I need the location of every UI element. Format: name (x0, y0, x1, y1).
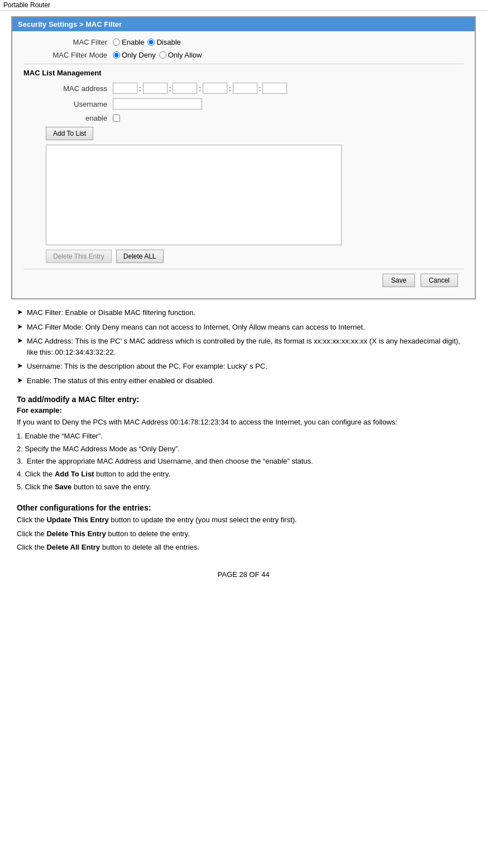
page-footer: PAGE 28 OF 44 (11, 570, 476, 588)
divider1 (23, 64, 464, 64)
step-2: 2. Specify the MAC Address Mode as “Only… (17, 443, 470, 455)
mac-list-management-title: MAC List Management (23, 69, 464, 77)
mac-input-5[interactable] (233, 83, 257, 94)
section1-heading: To add/modify a MAC filter entry: (17, 395, 470, 404)
mac-filter-disable-radio[interactable] (147, 39, 155, 46)
mac-input-4[interactable] (203, 83, 227, 94)
mac-filter-mode-label: MAC Filter Mode (23, 51, 113, 59)
arrow-icon-2: ➤ (17, 322, 27, 331)
section2-line-2: Click the Delete This Entry button to de… (17, 528, 470, 540)
username-input[interactable] (113, 98, 202, 109)
page-title: Portable Router (0, 0, 487, 11)
mac-input-2[interactable] (143, 83, 168, 94)
only-allow-radio[interactable] (159, 51, 166, 59)
enable-checkbox[interactable] (113, 115, 120, 122)
only-deny-radio[interactable] (113, 51, 120, 59)
mac-filter-label: MAC Filter (23, 38, 113, 46)
username-label: Username (23, 100, 113, 108)
mac-input-1[interactable] (113, 83, 137, 94)
mac-list-area[interactable] (46, 145, 342, 245)
add-to-list-button[interactable]: Add To List (46, 127, 93, 140)
mac-address-row: MAC address : : : : : (23, 83, 464, 94)
step-3: 3. Enter the appropriate MAC Address and… (17, 456, 470, 468)
cancel-button[interactable]: Cancel (421, 274, 458, 287)
mac-filter-mode-radio-group: Only Deny Only Allow (113, 51, 202, 59)
save-cancel-row: Save Cancel (23, 269, 464, 292)
mac-filter-radio-group: Enable Disable (113, 38, 181, 46)
description-section: ➤ MAC Filter: Enable or Disable MAC filt… (11, 307, 476, 554)
delete-entry-button[interactable]: Delete This Entry (46, 250, 112, 263)
enable-field-label: enable (23, 114, 113, 122)
section2-line-1: Click the Update This Entry button to up… (17, 514, 470, 526)
mac-address-label: MAC address (23, 84, 113, 93)
step-4: 4. Click the Add To List button to add t… (17, 469, 470, 480)
mac-filter-enable-radio[interactable] (113, 39, 120, 46)
save-button[interactable]: Save (383, 274, 414, 287)
desc-item-4: ➤ Username: This is the description abou… (17, 361, 470, 372)
step-1: 1. Enable the “MAC Filter”. (17, 431, 470, 442)
arrow-icon-3: ➤ (17, 336, 27, 345)
mac-input-3[interactable] (173, 83, 197, 94)
desc-item-1: ➤ MAC Filter: Enable or Disable MAC filt… (17, 307, 470, 318)
mac-filter-mode-row: MAC Filter Mode Only Deny Only Allow (23, 51, 464, 59)
delete-all-button[interactable]: Delete ALL (116, 250, 164, 263)
only-allow-radio-label[interactable]: Only Allow (159, 51, 202, 59)
section1-intro: If you want to Deny the PCs with MAC Add… (17, 417, 470, 428)
disable-radio-label[interactable]: Disable (147, 38, 180, 46)
desc-item-5: ➤ Enable: The status of this entry eithe… (17, 375, 470, 387)
arrow-icon-4: ➤ (17, 361, 27, 370)
section1-subheading: For example: (17, 406, 470, 414)
only-deny-radio-label[interactable]: Only Deny (113, 51, 156, 59)
page-title-text: Portable Router (3, 1, 50, 9)
username-row: Username (23, 98, 464, 109)
enable-radio-label[interactable]: Enable (113, 38, 144, 46)
mac-address-inputs: : : : : : (113, 83, 287, 94)
section2-heading: Other configurations for the entries: (17, 503, 470, 512)
desc-item-3: ➤ MAC Address: This is the PC' s MAC add… (17, 336, 470, 357)
add-to-list-row: Add To List (46, 127, 464, 140)
delete-buttons-row: Delete This Entry Delete ALL (46, 250, 464, 263)
mac-input-6[interactable] (262, 83, 287, 94)
step-5: 5. Click the Save button to save the ent… (17, 481, 470, 493)
panel-header: Security Settings > MAC Filter (12, 17, 475, 31)
security-settings-panel: Security Settings > MAC Filter MAC Filte… (11, 16, 476, 299)
arrow-icon-1: ➤ (17, 308, 27, 316)
desc-item-2: ➤ MAC Filter Mode: Only Deny means can n… (17, 322, 470, 333)
arrow-icon-5: ➤ (17, 376, 27, 384)
section2-line-3: Click the Delete All Entry button to del… (17, 542, 470, 554)
mac-filter-row: MAC Filter Enable Disable (23, 38, 464, 46)
enable-row: enable (23, 114, 464, 122)
